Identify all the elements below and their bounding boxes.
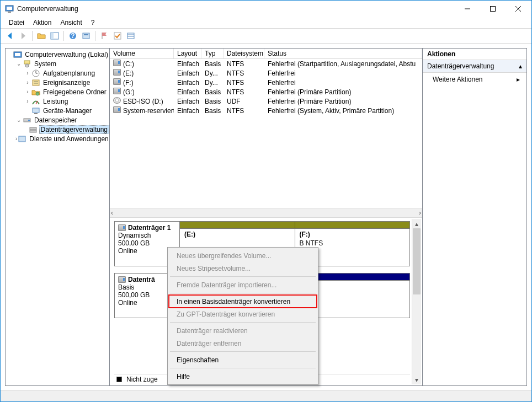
collapse-icon: ▴ [519,62,522,70]
actions-pane: Aktionen Datenträgerverwaltung ▴ Weitere… [422,48,527,386]
col-fs[interactable]: Dateisystem [224,49,264,58]
svg-rect-15 [127,33,134,39]
menu-help[interactable]: ? [87,18,99,28]
flag-icon[interactable] [98,30,110,42]
context-menu-item: Neues übergreifendes Volume... [169,249,317,262]
svg-rect-14 [114,33,121,39]
svg-rect-31 [34,113,38,114]
maximize-button[interactable] [480,1,506,17]
svg-rect-34 [30,127,36,130]
svg-rect-20 [24,61,30,64]
settings-icon[interactable] [80,30,92,42]
context-menu-item[interactable]: Eigenschaften [169,353,317,366]
folder-icon[interactable] [35,30,47,42]
h-scrollbar[interactable]: ‹› [110,208,422,217]
tree-geraete[interactable]: Geräte-Manager [6,106,109,115]
context-menu: Neues übergreifendes Volume...Neues Stri… [167,247,318,385]
volume-row[interactable]: (E:)EinfachDy...NTFSFehlerfrei [110,68,422,78]
volume-icon [113,78,121,85]
col-status[interactable]: Status [264,49,422,58]
close-button[interactable] [506,1,531,17]
svg-rect-1 [7,7,12,10]
svg-rect-25 [33,80,39,85]
volume-icon [113,60,121,66]
actions-section[interactable]: Datenträgerverwaltung ▴ [423,60,526,73]
statusbar [1,390,531,401]
tree-pane: Computerverwaltung (Lokal) ⌄System ›Aufg… [5,48,110,386]
svg-point-21 [25,64,29,67]
tree-freigegebene[interactable]: ›Freigegebene Ordner [6,87,109,97]
titlebar: Computerverwaltung [1,1,531,17]
svg-rect-19 [15,53,20,56]
back-button[interactable] [4,30,16,42]
svg-rect-36 [19,136,25,142]
panel-icon[interactable] [49,30,61,42]
tree-ereignisanzeige[interactable]: ›Ereignisanzeige [6,78,109,87]
svg-rect-30 [33,108,39,112]
app-icon [5,4,14,13]
forward-button[interactable] [17,30,29,42]
list-icon[interactable] [125,30,137,42]
volume-row[interactable]: (C:)EinfachBasisNTFSFehlerfrei (Startpar… [110,59,422,68]
volume-row[interactable]: (F:)EinfachDy...NTFSFehlerfrei [110,78,422,87]
disk-v-scrollbar[interactable]: ▴ ▾ [412,219,421,384]
svg-rect-33 [28,120,30,121]
volume-header: Volume Layout Typ Dateisystem Status [110,49,422,59]
actions-header: Aktionen [423,49,526,60]
actions-more[interactable]: Weitere Aktionen ▸ [423,73,526,86]
tree-root[interactable]: Computerverwaltung (Lokal) [6,50,109,59]
menu-ansicht[interactable]: Ansicht [56,18,86,28]
menubar: Datei Aktion Ansicht ? [1,17,531,28]
volume-list[interactable]: (C:)EinfachBasisNTFSFehlerfrei (Startpar… [110,59,422,208]
volume-row[interactable]: (G:)EinfachBasisNTFSFehlerfrei (Primäre … [110,87,422,97]
minimize-button[interactable] [455,1,480,17]
svg-rect-11 [83,33,89,39]
volume-row[interactable]: System-reserviertEinfachBasisNTFSFehlerf… [110,106,422,115]
volume-icon [113,69,121,76]
volume-icon [113,88,121,94]
help-icon[interactable]: ? [67,30,79,42]
svg-text:?: ? [71,32,75,40]
window-title: Computerverwaltung [17,5,455,13]
disk-icon [118,276,126,283]
col-typ[interactable]: Typ [201,49,224,58]
col-layout[interactable]: Layout [174,49,201,58]
check-icon[interactable] [111,30,124,42]
context-menu-item: Fremde Datenträger importieren... [169,278,317,291]
svg-rect-35 [30,130,36,132]
volume-icon [113,106,121,113]
context-menu-item: Neues Stripesetvolume... [169,262,317,275]
context-menu-item: Zu GPT-Datenträger konvertieren [169,308,317,320]
col-volume[interactable]: Volume [110,49,174,58]
menu-datei[interactable]: Datei [5,18,28,28]
svg-rect-8 [51,33,54,39]
context-menu-item[interactable]: Hilfe [169,370,317,383]
chevron-right-icon: ▸ [517,76,520,83]
legend-swatch-unallocated [116,377,122,382]
toolbar: ? [1,28,531,44]
menu-aktion[interactable]: Aktion [29,18,55,28]
svg-rect-4 [491,7,496,12]
tree-system[interactable]: ⌄System [6,59,109,68]
context-menu-item[interactable]: In einen Basisdatenträger konvertieren [169,295,317,308]
context-menu-item: Datenträger reaktivieren [169,324,317,337]
svg-point-28 [36,92,39,95]
disk-icon [118,224,126,231]
svg-rect-2 [8,12,11,13]
tree-aufgabenplanung[interactable]: ›Aufgabenplanung [6,68,109,78]
volume-icon [113,97,121,104]
volume-row[interactable]: ESD-ISO (D:)EinfachBasisUDFFehlerfrei (P… [110,97,422,106]
tree-datenspeicher[interactable]: ⌄Datenspeicher [6,115,109,125]
context-menu-item: Datenträger entfernen [169,337,317,350]
tree-datentraegerverwaltung[interactable]: Datenträgerverwaltung [6,125,109,134]
tree-dienste[interactable]: ›Dienste und Anwendungen [6,134,109,143]
tree-leistung[interactable]: ›Leistung [6,97,109,106]
svg-rect-12 [84,34,88,35]
